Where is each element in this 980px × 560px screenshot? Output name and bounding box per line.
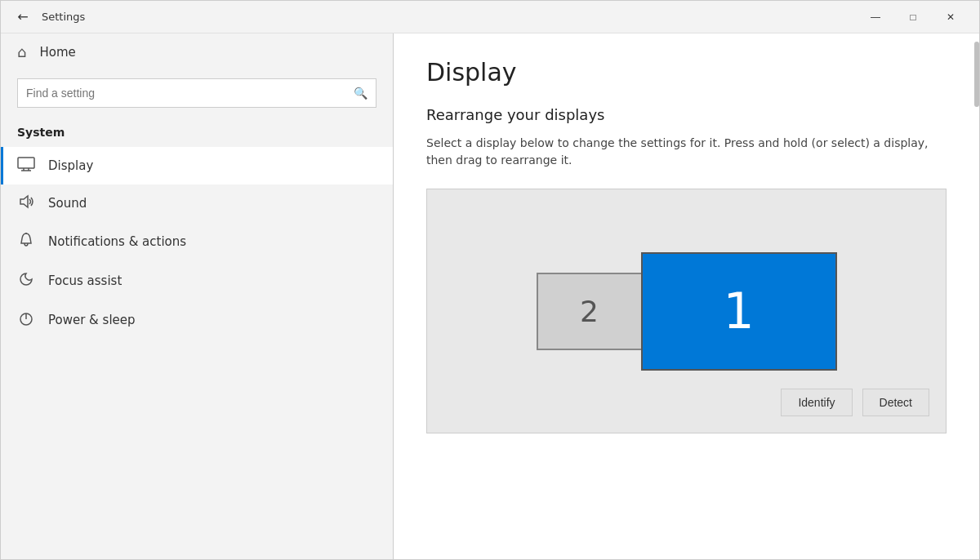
sound-label: Sound: [48, 196, 87, 211]
home-icon: ⌂: [17, 43, 26, 60]
scrollbar-thumb[interactable]: [974, 42, 979, 107]
search-box[interactable]: 🔍: [17, 78, 376, 108]
display-label: Display: [48, 158, 93, 173]
sidebar-section-title: System: [1, 121, 393, 147]
svg-marker-4: [20, 196, 28, 207]
identify-button[interactable]: Identify: [781, 389, 852, 416]
sidebar: ⌂ Home 🔍 System: [1, 33, 393, 559]
sidebar-item-notifications[interactable]: Notifications & actions: [1, 222, 393, 261]
window-controls: — □ ✕: [857, 4, 969, 30]
monitor-1[interactable]: 1: [641, 252, 837, 371]
focus-icon: [17, 271, 35, 291]
search-input[interactable]: [26, 87, 354, 100]
content-area: ⌂ Home 🔍 System: [1, 33, 979, 559]
search-container: 🔍: [1, 70, 393, 121]
search-icon: 🔍: [354, 87, 368, 100]
notifications-icon: [17, 232, 35, 251]
sidebar-item-display[interactable]: Display: [1, 147, 393, 184]
settings-window: ← Settings — □ ✕ ⌂ Home 🔍 System: [0, 0, 980, 560]
display-icon: [17, 157, 35, 175]
sidebar-item-sound[interactable]: Sound: [1, 184, 393, 222]
notifications-label: Notifications & actions: [48, 234, 186, 249]
description: Select a display below to change the set…: [426, 135, 933, 169]
home-label: Home: [39, 45, 75, 60]
main-content: Display Rearrange your displays Select a…: [394, 33, 979, 559]
maximize-button[interactable]: □: [894, 4, 932, 30]
window-title: Settings: [42, 11, 857, 23]
section-title: Rearrange your displays: [426, 106, 947, 123]
scrollbar-track[interactable]: [974, 33, 979, 559]
detect-button[interactable]: Detect: [862, 389, 929, 416]
minimize-button[interactable]: —: [857, 4, 894, 30]
svg-rect-0: [18, 158, 34, 168]
power-label: Power & sleep: [48, 313, 136, 327]
titlebar: ← Settings — □ ✕: [1, 1, 979, 33]
display-arrangement-area[interactable]: 2 1 Identify Detect: [426, 189, 947, 433]
power-icon: [17, 310, 35, 330]
sound-icon: [17, 194, 35, 212]
monitor-2[interactable]: 2: [537, 273, 643, 350]
page-title: Display: [426, 58, 947, 87]
monitor-1-label: 1: [723, 282, 754, 340]
sidebar-item-power[interactable]: Power & sleep: [1, 300, 393, 340]
sidebar-item-home[interactable]: ⌂ Home: [1, 33, 393, 70]
back-button[interactable]: ←: [11, 5, 35, 29]
display-buttons: Identify Detect: [781, 389, 929, 416]
sidebar-item-focus[interactable]: Focus assist: [1, 261, 393, 300]
monitor-2-label: 2: [580, 295, 599, 328]
close-button[interactable]: ✕: [932, 4, 969, 30]
focus-label: Focus assist: [48, 273, 122, 288]
